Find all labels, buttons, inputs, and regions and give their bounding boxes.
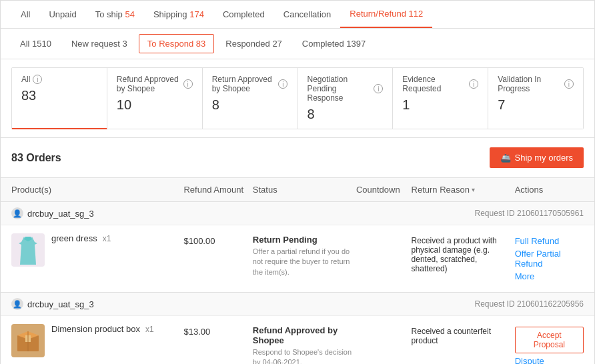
order-item-row-1: green dress x1 $100.00 Return Pending Of… bbox=[1, 225, 594, 292]
tab-cancellation[interactable]: Cancellation bbox=[274, 1, 341, 27]
stat-refund-approved: Refund Approved by Shopee i 10 bbox=[107, 67, 203, 129]
order-user-row-1: 👤 drcbuy_uat_sg_3 Request ID 21060117050… bbox=[1, 202, 594, 225]
stat-evidence-label: Evidence Requested bbox=[402, 75, 466, 93]
sub-tabs-bar: All 1510 New request 3 To Respond 83 Res… bbox=[1, 29, 594, 59]
table-header: Product(s) Refund Amount Status Countdow… bbox=[1, 177, 594, 202]
stat-validation-label: Validation In Progress bbox=[498, 75, 562, 93]
reason-sort-icon: ▾ bbox=[472, 186, 475, 193]
reason-1: Received a product with physical damage … bbox=[412, 233, 515, 273]
action-accept-proposal[interactable]: Accept Proposal bbox=[515, 327, 584, 353]
stat-negotiation-value: 8 bbox=[307, 107, 383, 122]
stat-evidence-info-icon[interactable]: i bbox=[469, 79, 478, 89]
action-full-refund[interactable]: Full Refund bbox=[515, 236, 584, 246]
stat-refund-value: 10 bbox=[117, 97, 193, 113]
username-2: drcbuy_uat_sg_3 bbox=[27, 299, 94, 309]
subtab-new-request[interactable]: New request 3 bbox=[63, 34, 136, 53]
order-item-row-2: Dimension product box x1 $13.00 Refund A… bbox=[1, 316, 594, 364]
tab-shipping[interactable]: Shipping 174 bbox=[144, 1, 213, 27]
stat-validation: Validation In Progress i 7 bbox=[488, 67, 584, 129]
status-2: Refund Approved by Shopee Respond to Sho… bbox=[253, 324, 356, 364]
stat-negotiation: Negotiation Pending Response i 8 bbox=[298, 67, 393, 129]
username-1: drcbuy_uat_sg_3 bbox=[27, 209, 94, 219]
action-partial-refund[interactable]: Offer Partial Refund bbox=[515, 249, 584, 269]
product-qty-1: x1 bbox=[103, 234, 111, 243]
stat-validation-value: 7 bbox=[498, 97, 574, 113]
subtab-all[interactable]: All 1510 bbox=[11, 34, 60, 53]
order-group-2: 👤 drcbuy_uat_sg_3 Request ID 21060116220… bbox=[1, 293, 594, 364]
stats-row: All i 83 Refund Approved by Shopee i 10 … bbox=[1, 59, 594, 138]
orders-header: 83 Orders 🚢 Ship my orders bbox=[1, 138, 594, 177]
subtab-to-respond[interactable]: To Respond 83 bbox=[139, 34, 214, 53]
reason-2: Received a counterfeit product bbox=[412, 324, 515, 345]
stat-validation-info-icon[interactable]: i bbox=[564, 79, 574, 89]
ship-icon: 🚢 bbox=[500, 153, 511, 163]
orders-count-title: 83 Orders bbox=[11, 152, 61, 164]
request-id-1: Request ID 210601170505961 bbox=[475, 209, 584, 218]
countdown-1 bbox=[356, 233, 412, 236]
product-name-1: green dress bbox=[51, 233, 97, 243]
stat-evidence-value: 1 bbox=[402, 97, 478, 113]
actions-1: Full Refund Offer Partial Refund More bbox=[515, 233, 584, 284]
stat-refund-info-icon[interactable]: i bbox=[183, 79, 193, 89]
stat-all-info-icon[interactable]: i bbox=[33, 75, 42, 84]
countdown-2 bbox=[356, 324, 412, 327]
stat-evidence: Evidence Requested i 1 bbox=[393, 67, 488, 129]
col-header-countdown: Countdown bbox=[356, 185, 412, 195]
col-header-refund: Refund Amount bbox=[183, 185, 252, 195]
tab-all[interactable]: All bbox=[11, 1, 39, 27]
col-header-reason[interactable]: Return Reason ▾ bbox=[412, 185, 515, 195]
subtab-completed[interactable]: Completed 1397 bbox=[293, 34, 374, 53]
order-user-row-2: 👤 drcbuy_uat_sg_3 Request ID 21060116220… bbox=[1, 293, 594, 316]
stat-all-label: All bbox=[21, 75, 30, 84]
tab-completed[interactable]: Completed bbox=[213, 1, 274, 27]
stat-return-value: 8 bbox=[212, 97, 288, 113]
stat-all: All i 83 bbox=[11, 67, 107, 129]
tab-unpaid[interactable]: Unpaid bbox=[39, 1, 85, 27]
product-name-2: Dimension product box bbox=[51, 324, 140, 334]
user-avatar-1: 👤 bbox=[11, 207, 23, 219]
ship-my-orders-button[interactable]: 🚢 Ship my orders bbox=[490, 147, 584, 168]
action-dispute[interactable]: Dispute bbox=[515, 356, 584, 364]
subtab-responded[interactable]: Responded 27 bbox=[217, 34, 291, 53]
actions-2: Accept Proposal Dispute Return Refund De… bbox=[515, 324, 584, 364]
request-id-2: Request ID 210601162205956 bbox=[475, 299, 584, 309]
stat-negotiation-label: Negotiation Pending Response bbox=[307, 75, 371, 103]
product-qty-2: x1 bbox=[145, 325, 154, 334]
stat-refund-label: Refund Approved by Shopee bbox=[117, 75, 181, 93]
tab-to-ship[interactable]: To ship 54 bbox=[86, 1, 144, 27]
action-more[interactable]: More bbox=[515, 271, 584, 281]
stat-negotiation-info-icon[interactable]: i bbox=[374, 84, 383, 93]
col-header-status: Status bbox=[253, 185, 356, 195]
stat-return-info-icon[interactable]: i bbox=[278, 79, 287, 89]
col-header-product: Product(s) bbox=[11, 185, 183, 195]
tab-return-refund[interactable]: Return/Refund 112 bbox=[340, 1, 432, 28]
order-group-1: 👤 drcbuy_uat_sg_3 Request ID 21060117050… bbox=[1, 202, 594, 293]
product-thumbnail-1 bbox=[11, 233, 45, 267]
product-thumbnail-2 bbox=[11, 324, 45, 357]
refund-amount-2: $13.00 bbox=[183, 324, 252, 337]
top-tabs-bar: All Unpaid To ship 54 Shipping 174 Compl… bbox=[1, 1, 594, 29]
refund-amount-1: $100.00 bbox=[183, 233, 252, 246]
stat-return-approved: Return Approved by Shopee i 8 bbox=[203, 67, 298, 129]
col-header-actions: Actions bbox=[515, 185, 584, 195]
user-avatar-2: 👤 bbox=[11, 298, 23, 310]
status-1: Return Pending Offer a partial refund if… bbox=[253, 233, 356, 277]
stat-all-value: 83 bbox=[21, 88, 97, 103]
stat-return-label: Return Approved by Shopee bbox=[212, 75, 276, 93]
